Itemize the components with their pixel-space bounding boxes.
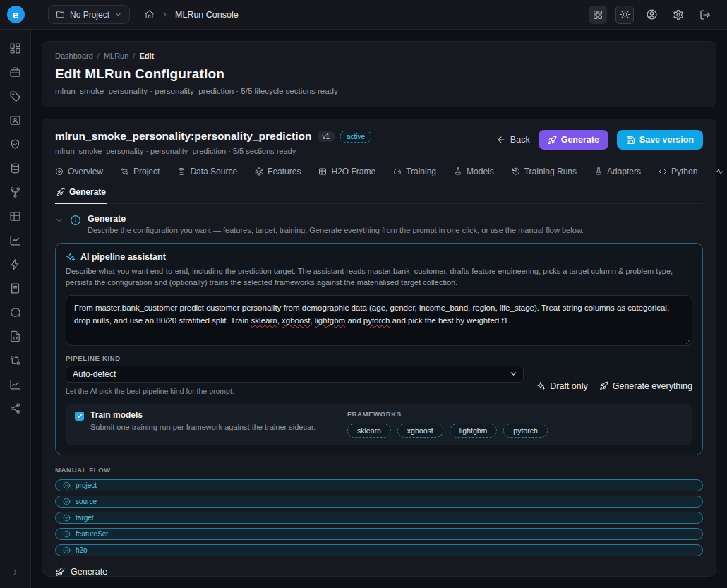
check-circle-icon	[63, 546, 71, 554]
app-logo[interactable]: e	[7, 6, 25, 23]
check-circle-icon	[63, 530, 71, 538]
logout-icon	[699, 9, 711, 20]
breadcrumb-item[interactable]: Dashboard	[55, 52, 100, 60]
tab-project[interactable]: Project	[121, 167, 160, 176]
prompt-textarea[interactable]: From master.bank_customer predict custom…	[66, 295, 692, 346]
sidebar-item-contact-card-icon[interactable]	[6, 112, 25, 129]
folder-icon	[56, 10, 65, 19]
logout-button[interactable]	[696, 6, 714, 24]
manual-flow-list: project source target featureSet	[55, 479, 703, 556]
sidebar-item-analytics-icon[interactable]	[6, 376, 25, 393]
config-subtitle: mlrun_smoke_personality · personality_pr…	[55, 147, 371, 155]
generate-button[interactable]: Generate	[539, 130, 608, 150]
prompt-segment: pytorch	[364, 316, 390, 325]
config-title: mlrun_smoke_personality:personality_pred…	[55, 130, 312, 143]
chevron-down-icon	[114, 11, 122, 18]
sparkles-icon	[66, 252, 76, 262]
frameworks-label: FRAMEWORKS	[347, 410, 548, 418]
sidebar-item-notebook-icon[interactable]	[6, 280, 25, 297]
home-icon[interactable]	[144, 9, 155, 20]
pipeline-kind-select[interactable]: Auto-detect	[66, 366, 524, 383]
sidebar-item-share-nodes-icon[interactable]	[6, 400, 25, 417]
apps-button[interactable]	[589, 6, 607, 24]
sidebar-item-dashboard-icon[interactable]	[6, 40, 25, 57]
logo-letter: e	[13, 8, 18, 20]
sidebar-item-file-code-icon[interactable]	[6, 328, 25, 345]
sidebar-item-git-compare-icon[interactable]	[6, 352, 25, 369]
train-models-panel: Train models Submit one training run per…	[66, 404, 692, 445]
tab-runs[interactable]: Runs	[715, 167, 727, 176]
tab-training-runs[interactable]: Training Runs	[512, 167, 577, 176]
page-title: Edit MLRun Configuration	[55, 66, 703, 82]
sparkles-icon	[536, 381, 546, 390]
sidebar-item-database-icon[interactable]	[6, 160, 25, 177]
framework-chip-xgboost[interactable]: xgboost	[397, 424, 443, 438]
train-models-checkbox[interactable]	[75, 412, 84, 421]
framework-chip-sklearn[interactable]: sklearn	[347, 424, 391, 438]
sidebar-item-chart-line-icon[interactable]	[6, 232, 25, 249]
top-bar: e No Project MLRun Console	[0, 0, 727, 30]
tab-data-source[interactable]: Data Source	[177, 167, 237, 176]
tab-h2o-frame[interactable]: H2O Frame	[318, 167, 375, 176]
check-icon	[76, 412, 83, 419]
sidebar-item-table-icon[interactable]	[6, 208, 25, 225]
assistant-description: Describe what you want end-to-end, inclu…	[66, 266, 692, 289]
check-circle-icon	[63, 514, 71, 522]
tab-features[interactable]: Features	[255, 167, 301, 176]
sidebar-item-briefcase-icon[interactable]	[6, 64, 25, 81]
sidebar	[0, 30, 31, 588]
ai-assistant-panel: AI pipeline assistant Describe what you …	[55, 243, 703, 455]
settings-button[interactable]	[669, 6, 687, 24]
flow-step-h2o[interactable]: h2o	[55, 544, 703, 556]
chevron-right-icon	[161, 11, 169, 18]
framework-chip-lightgbm[interactable]: lightgbm	[450, 424, 498, 438]
save-icon	[626, 136, 635, 145]
tab-training[interactable]: Training	[393, 167, 436, 176]
gear-icon	[673, 9, 684, 20]
train-models-label: Train models	[90, 410, 316, 420]
manual-flow-label: MANUAL FLOW	[55, 466, 703, 474]
main-content: DashboardMLRunEdit Edit MLRun Configurat…	[31, 30, 727, 588]
sidebar-item-shield-check-icon[interactable]	[6, 136, 25, 153]
sidebar-item-chat-bubble-icon[interactable]	[6, 304, 25, 321]
prompt-segment: sklearn	[251, 316, 277, 325]
section-collapse-toggle[interactable]	[55, 216, 64, 224]
generate-everything-button[interactable]: Generate everything	[599, 381, 692, 391]
assistant-title: AI pipeline assistant	[80, 252, 166, 262]
arrow-left-icon	[496, 135, 506, 145]
sidebar-item-git-fork-icon[interactable]	[6, 184, 25, 201]
tab-generate[interactable]: Generate	[55, 184, 107, 204]
generate-footer-button[interactable]: Generate	[55, 567, 703, 577]
back-button[interactable]: Back	[496, 135, 530, 145]
flow-step-project[interactable]: project	[55, 479, 703, 491]
sun-icon	[620, 9, 630, 20]
prompt-segment: xgboost	[282, 316, 310, 325]
flow-step-source[interactable]: source	[55, 496, 703, 508]
breadcrumb-item[interactable]: Edit	[139, 52, 154, 60]
draft-only-button[interactable]: Draft only	[536, 381, 588, 391]
prompt-segment: and pick the best by weighted f1.	[390, 316, 511, 325]
sidebar-expand-button[interactable]	[6, 563, 25, 581]
section-description: Describe the configuration you want — fe…	[88, 226, 584, 234]
flow-step-featureset[interactable]: featureSet	[55, 528, 703, 540]
save-version-button[interactable]: Save version	[617, 130, 703, 150]
rocket-icon	[55, 567, 65, 577]
sidebar-item-tag-icon[interactable]	[6, 88, 25, 105]
framework-chips: sklearnxgboostlightgbmpytorch	[347, 424, 548, 438]
tab-models[interactable]: Models	[454, 167, 494, 176]
tab-adapters[interactable]: Adapters	[594, 167, 641, 176]
project-selector[interactable]: No Project	[48, 5, 130, 24]
info-icon	[70, 215, 81, 226]
check-circle-icon	[63, 481, 71, 489]
breadcrumb: DashboardMLRunEdit	[55, 52, 703, 60]
tab-overview[interactable]: Overview	[55, 167, 103, 176]
framework-chip-pytorch[interactable]: pytorch	[503, 424, 547, 438]
theme-toggle-button[interactable]	[615, 6, 634, 24]
tab-python[interactable]: Python	[659, 167, 697, 176]
sidebar-item-zap-icon[interactable]	[6, 256, 25, 273]
breadcrumb-item[interactable]: MLRun	[104, 52, 136, 60]
topbar-breadcrumb: MLRun Console	[144, 9, 239, 20]
flow-step-target[interactable]: target	[55, 512, 703, 524]
user-menu-button[interactable]	[642, 6, 661, 24]
pipeline-kind-help: Let the AI pick the best pipeline kind f…	[66, 387, 524, 395]
